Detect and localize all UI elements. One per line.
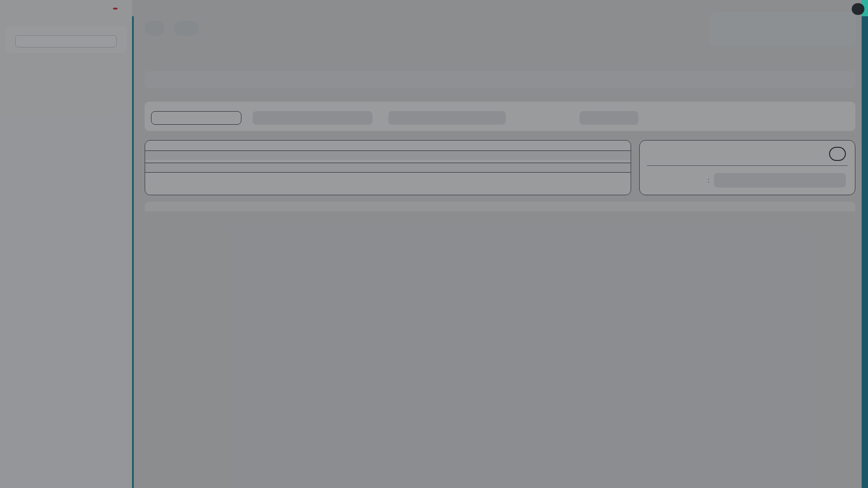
results-bar	[783, 60, 855, 63]
store-select[interactable]	[15, 35, 117, 47]
batal-pesanan-button[interactable]	[829, 147, 846, 161]
status-proses-filter-bar	[145, 71, 855, 88]
scrollbar-track[interactable]	[862, 0, 868, 488]
toolbar-actions	[709, 12, 856, 47]
main-content: :	[134, 0, 862, 488]
network-latency-pill	[852, 3, 864, 15]
transaction-status-row: :	[647, 173, 848, 188]
ordered-products-card	[145, 140, 631, 195]
order-total-row	[145, 163, 631, 173]
source-filter-select[interactable]	[580, 111, 638, 125]
customer-filter-select[interactable]	[253, 111, 373, 125]
transaction-status-select[interactable]	[714, 173, 846, 188]
user-card	[5, 26, 127, 53]
breadcrumb-parent[interactable]	[145, 21, 165, 36]
notifications-badge	[113, 8, 118, 9]
payment-row	[145, 173, 631, 179]
breadcrumb-current[interactable]	[174, 21, 198, 36]
order-row-partial[interactable]	[145, 202, 855, 211]
table-filter-card	[145, 102, 855, 131]
shipping-card: :	[639, 140, 855, 195]
invoice-search-input[interactable]	[388, 111, 506, 125]
brand-row	[0, 0, 132, 22]
order-detail-panel: :	[145, 140, 855, 195]
products-subtotal-row	[145, 151, 631, 160]
date-filter-input[interactable]	[151, 111, 241, 125]
sidebar	[0, 0, 132, 488]
